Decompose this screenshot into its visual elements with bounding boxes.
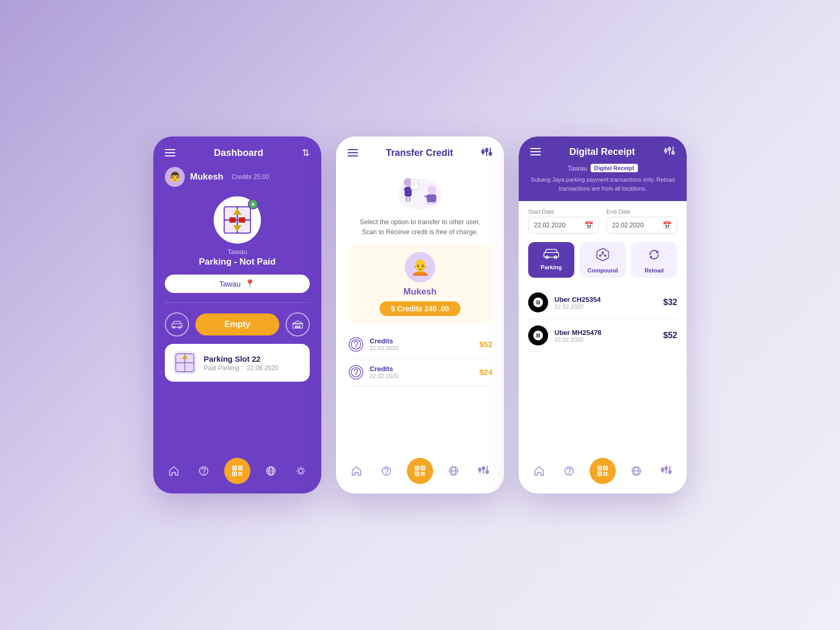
user-name: Mukesh [190, 172, 223, 182]
transfer-user-card: 🧑‍🦲 Mukesh $ Credits 240 .00 [348, 245, 492, 323]
svg-rect-44 [405, 196, 407, 202]
svg-point-50 [427, 185, 436, 194]
transfer-list-item[interactable]: Credits 22.02.2020 $32 [348, 386, 492, 391]
svg-rect-7 [239, 217, 245, 223]
svg-marker-99 [597, 248, 608, 261]
end-date-input[interactable]: 22.02.2020 📅 [606, 217, 677, 234]
nav-settings-icon[interactable] [291, 461, 310, 480]
svg-rect-26 [234, 473, 235, 475]
tawau-logo [222, 204, 253, 236]
bank-icon-btn[interactable] [286, 312, 310, 337]
svg-rect-22 [234, 467, 235, 469]
receipt-tab-reload[interactable]: Reload [631, 242, 677, 278]
transfer-list-item[interactable]: Credits 22.02.2020 $24 [348, 359, 492, 386]
nav-qr-icon[interactable] [224, 458, 250, 484]
start-date-value: 22.02.2020 [534, 222, 565, 229]
receipt-body: Start Date 22.02.2020 📅 End Date 22.02.2… [519, 201, 687, 360]
receipt-nav-qr[interactable] [590, 458, 616, 484]
start-date-field: Start Date 22.02.2020 📅 [528, 208, 599, 234]
divider [165, 302, 310, 303]
start-date-input[interactable]: 22.02.2020 📅 [528, 217, 599, 234]
end-date-label: End Date [606, 208, 677, 215]
car-icon-btn[interactable] [165, 312, 189, 337]
end-date-value: 22.02.2020 [612, 222, 644, 229]
transfer-username: Mukesh [403, 287, 436, 297]
transfer-avatar: 🧑‍🦲 [405, 252, 435, 282]
uber-icon [528, 326, 548, 345]
user-credits: Credits 25.00 [232, 173, 269, 181]
receipt-filter-icon[interactable] [664, 146, 675, 158]
dashboard-user-row: 👨 Mukesh Credits 25.00 [153, 165, 321, 193]
transfer-filter-icon[interactable] [481, 147, 492, 159]
svg-rect-6 [229, 217, 236, 223]
svg-rect-117 [604, 474, 605, 476]
empty-button[interactable]: Empty [195, 313, 279, 335]
hamburger-icon[interactable] [165, 149, 175, 156]
svg-point-100 [602, 251, 604, 254]
parking-card[interactable]: Parking Slot 22 Paid Parking 22.06.2020 [165, 344, 310, 382]
transfer-list: Credits 22.02.2020 $52 Credits 22.02.202… [336, 331, 504, 391]
receipt-tab-compound[interactable]: Compound [580, 242, 626, 278]
svg-rect-79 [423, 472, 425, 474]
transfer-credits-badge: $ Credits 240 .00 [380, 301, 461, 316]
start-date-label: Start Date [528, 208, 599, 215]
receipt-nav-credits[interactable] [560, 461, 579, 480]
receipt-title: Digital Receipt [569, 146, 635, 158]
svg-rect-110 [599, 467, 601, 469]
dashboard-phone: Dashboard ⇅ 👨 Mukesh Credits 25.00 [153, 136, 321, 494]
nav-credits-icon[interactable] [194, 461, 213, 480]
svg-rect-118 [606, 474, 607, 476]
receipt-description: Subang Jaya parking payment transactions… [530, 175, 675, 193]
receipt-bottom-nav [519, 450, 687, 494]
svg-point-60 [355, 374, 356, 375]
dashboard-topbar: Dashboard ⇅ [153, 136, 321, 165]
uber-icon [528, 292, 548, 312]
svg-rect-73 [416, 467, 418, 469]
receipt-hamburger-icon[interactable] [530, 148, 541, 155]
dashboard-bottom-nav [153, 450, 321, 494]
pin-icon: 📍 [245, 279, 255, 289]
transfer-nav-globe[interactable] [444, 461, 463, 480]
svg-rect-78 [421, 472, 423, 474]
receipt-phone: Digital Receipt Tawau Di [519, 136, 687, 494]
location-bar[interactable]: Tawau 📍 [165, 275, 310, 293]
transfer-nav-home[interactable] [347, 461, 366, 480]
transfer-nav-credits[interactable] [377, 461, 396, 480]
receipt-tabs: Parking Compound Reload [528, 242, 677, 278]
credits-icon [348, 364, 364, 381]
parking-logo [173, 351, 196, 374]
sort-icon[interactable]: ⇅ [302, 147, 310, 159]
plus-badge[interactable]: + [248, 199, 258, 209]
screens-container: Dashboard ⇅ 👨 Mukesh Credits 25.00 [132, 105, 708, 525]
svg-point-108 [569, 473, 570, 474]
transfer-hamburger-icon[interactable] [348, 149, 358, 156]
receipt-list-item[interactable]: Uber MH25478 22.02.2020 $52 [528, 319, 677, 352]
receipt-tab-parking[interactable]: Parking [528, 242, 574, 278]
end-calendar-icon[interactable]: 📅 [663, 221, 671, 229]
nav-globe-icon[interactable] [261, 461, 280, 480]
parking-slot-title: Parking Slot 22 [204, 354, 278, 363]
parking-date: 22.06.2020 [247, 364, 278, 372]
transfer-title: Transfer Credit [386, 148, 453, 159]
transfer-nav-settings[interactable] [474, 461, 493, 480]
action-row: Empty [153, 307, 321, 344]
svg-rect-75 [422, 467, 424, 469]
receipt-header: Digital Receipt Tawau Di [519, 136, 687, 201]
nav-home-icon[interactable] [164, 461, 183, 480]
receipt-nav-home[interactable] [530, 461, 549, 480]
transfer-topbar: Transfer Credit [336, 136, 504, 165]
parking-card-sub: Paid Parking 22.06.2020 [204, 364, 278, 372]
receipt-city: Tawau [568, 164, 587, 172]
transfer-list-item[interactable]: Credits 22.02.2020 $52 [348, 331, 492, 359]
svg-rect-46 [411, 180, 418, 189]
svg-rect-12 [299, 326, 300, 328]
svg-rect-24 [239, 467, 241, 469]
receipt-nav-globe[interactable] [627, 461, 646, 480]
transfer-nav-qr[interactable] [407, 458, 433, 484]
receipt-nav-settings[interactable] [657, 461, 676, 480]
transfer-bottom-nav [336, 450, 504, 494]
receipt-list-item[interactable]: Uber CH25354 22.02.2020 $32 [528, 286, 677, 319]
start-calendar-icon[interactable]: 📅 [584, 221, 593, 229]
svg-point-57 [355, 346, 356, 348]
svg-rect-53 [427, 202, 431, 204]
